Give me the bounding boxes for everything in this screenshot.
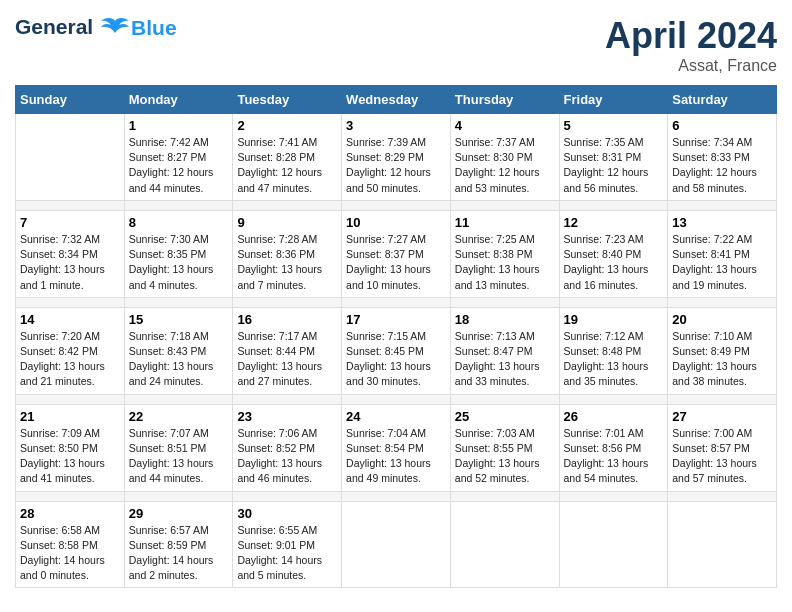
day-number: 9 xyxy=(237,215,337,230)
separator-cell xyxy=(342,297,451,307)
logo: General Blue xyxy=(15,15,177,39)
col-wednesday: Wednesday xyxy=(342,86,451,114)
day-cell: 17Sunrise: 7:15 AMSunset: 8:45 PMDayligh… xyxy=(342,307,451,394)
col-thursday: Thursday xyxy=(450,86,559,114)
day-info: Sunrise: 7:00 AMSunset: 8:57 PMDaylight:… xyxy=(672,426,772,487)
title-block: April 2024 Assat, France xyxy=(605,15,777,75)
day-cell: 23Sunrise: 7:06 AMSunset: 8:52 PMDayligh… xyxy=(233,404,342,491)
day-cell: 7Sunrise: 7:32 AMSunset: 8:34 PMDaylight… xyxy=(16,210,125,297)
day-cell: 19Sunrise: 7:12 AMSunset: 8:48 PMDayligh… xyxy=(559,307,668,394)
day-cell: 15Sunrise: 7:18 AMSunset: 8:43 PMDayligh… xyxy=(124,307,233,394)
separator-cell xyxy=(559,491,668,501)
separator-cell xyxy=(668,297,777,307)
day-cell: 10Sunrise: 7:27 AMSunset: 8:37 PMDayligh… xyxy=(342,210,451,297)
day-number: 24 xyxy=(346,409,446,424)
separator-cell xyxy=(668,491,777,501)
day-info: Sunrise: 7:35 AMSunset: 8:31 PMDaylight:… xyxy=(564,135,664,196)
day-number: 17 xyxy=(346,312,446,327)
day-info: Sunrise: 7:37 AMSunset: 8:30 PMDaylight:… xyxy=(455,135,555,196)
separator-cell xyxy=(233,394,342,404)
week-row-1: 1Sunrise: 7:42 AMSunset: 8:27 PMDaylight… xyxy=(16,114,777,201)
day-number: 10 xyxy=(346,215,446,230)
day-number: 21 xyxy=(20,409,120,424)
day-cell xyxy=(450,501,559,588)
day-number: 27 xyxy=(672,409,772,424)
day-number: 29 xyxy=(129,506,229,521)
day-cell: 12Sunrise: 7:23 AMSunset: 8:40 PMDayligh… xyxy=(559,210,668,297)
month-title: April 2024 xyxy=(605,15,777,57)
day-number: 26 xyxy=(564,409,664,424)
separator-cell xyxy=(16,491,125,501)
separator-cell xyxy=(668,394,777,404)
day-cell: 26Sunrise: 7:01 AMSunset: 8:56 PMDayligh… xyxy=(559,404,668,491)
separator-cell xyxy=(559,200,668,210)
separator-cell xyxy=(450,394,559,404)
day-info: Sunrise: 7:34 AMSunset: 8:33 PMDaylight:… xyxy=(672,135,772,196)
day-info: Sunrise: 7:20 AMSunset: 8:42 PMDaylight:… xyxy=(20,329,120,390)
day-cell: 6Sunrise: 7:34 AMSunset: 8:33 PMDaylight… xyxy=(668,114,777,201)
day-number: 28 xyxy=(20,506,120,521)
day-cell: 14Sunrise: 7:20 AMSunset: 8:42 PMDayligh… xyxy=(16,307,125,394)
day-cell xyxy=(342,501,451,588)
day-info: Sunrise: 7:06 AMSunset: 8:52 PMDaylight:… xyxy=(237,426,337,487)
day-cell: 27Sunrise: 7:00 AMSunset: 8:57 PMDayligh… xyxy=(668,404,777,491)
day-number: 1 xyxy=(129,118,229,133)
col-tuesday: Tuesday xyxy=(233,86,342,114)
day-number: 7 xyxy=(20,215,120,230)
page-header: General Blue April 2024 Assat, France xyxy=(15,15,777,75)
day-cell xyxy=(559,501,668,588)
day-cell: 20Sunrise: 7:10 AMSunset: 8:49 PMDayligh… xyxy=(668,307,777,394)
day-cell: 2Sunrise: 7:41 AMSunset: 8:28 PMDaylight… xyxy=(233,114,342,201)
day-number: 8 xyxy=(129,215,229,230)
separator-cell xyxy=(450,491,559,501)
day-info: Sunrise: 7:01 AMSunset: 8:56 PMDaylight:… xyxy=(564,426,664,487)
day-info: Sunrise: 6:57 AMSunset: 8:59 PMDaylight:… xyxy=(129,523,229,584)
separator-cell xyxy=(233,491,342,501)
day-info: Sunrise: 7:15 AMSunset: 8:45 PMDaylight:… xyxy=(346,329,446,390)
separator-row xyxy=(16,491,777,501)
day-number: 19 xyxy=(564,312,664,327)
day-cell: 5Sunrise: 7:35 AMSunset: 8:31 PMDaylight… xyxy=(559,114,668,201)
location: Assat, France xyxy=(605,57,777,75)
col-sunday: Sunday xyxy=(16,86,125,114)
day-cell: 29Sunrise: 6:57 AMSunset: 8:59 PMDayligh… xyxy=(124,501,233,588)
day-number: 18 xyxy=(455,312,555,327)
day-info: Sunrise: 7:10 AMSunset: 8:49 PMDaylight:… xyxy=(672,329,772,390)
separator-cell xyxy=(668,200,777,210)
day-info: Sunrise: 7:23 AMSunset: 8:40 PMDaylight:… xyxy=(564,232,664,293)
day-number: 2 xyxy=(237,118,337,133)
day-number: 6 xyxy=(672,118,772,133)
day-info: Sunrise: 7:30 AMSunset: 8:35 PMDaylight:… xyxy=(129,232,229,293)
day-number: 15 xyxy=(129,312,229,327)
day-number: 25 xyxy=(455,409,555,424)
day-info: Sunrise: 7:41 AMSunset: 8:28 PMDaylight:… xyxy=(237,135,337,196)
day-cell: 3Sunrise: 7:39 AMSunset: 8:29 PMDaylight… xyxy=(342,114,451,201)
day-number: 13 xyxy=(672,215,772,230)
day-info: Sunrise: 7:27 AMSunset: 8:37 PMDaylight:… xyxy=(346,232,446,293)
separator-cell xyxy=(233,200,342,210)
day-info: Sunrise: 7:22 AMSunset: 8:41 PMDaylight:… xyxy=(672,232,772,293)
day-info: Sunrise: 7:07 AMSunset: 8:51 PMDaylight:… xyxy=(129,426,229,487)
day-number: 3 xyxy=(346,118,446,133)
day-cell: 30Sunrise: 6:55 AMSunset: 9:01 PMDayligh… xyxy=(233,501,342,588)
day-number: 5 xyxy=(564,118,664,133)
day-cell: 16Sunrise: 7:17 AMSunset: 8:44 PMDayligh… xyxy=(233,307,342,394)
day-number: 23 xyxy=(237,409,337,424)
day-info: Sunrise: 7:18 AMSunset: 8:43 PMDaylight:… xyxy=(129,329,229,390)
separator-cell xyxy=(124,491,233,501)
day-cell: 9Sunrise: 7:28 AMSunset: 8:36 PMDaylight… xyxy=(233,210,342,297)
day-info: Sunrise: 6:58 AMSunset: 8:58 PMDaylight:… xyxy=(20,523,120,584)
header-row: SundayMondayTuesdayWednesdayThursdayFrid… xyxy=(16,86,777,114)
separator-cell xyxy=(450,297,559,307)
separator-cell xyxy=(124,297,233,307)
day-cell xyxy=(668,501,777,588)
day-info: Sunrise: 7:04 AMSunset: 8:54 PMDaylight:… xyxy=(346,426,446,487)
week-row-3: 14Sunrise: 7:20 AMSunset: 8:42 PMDayligh… xyxy=(16,307,777,394)
calendar-table: SundayMondayTuesdayWednesdayThursdayFrid… xyxy=(15,85,777,588)
day-info: Sunrise: 7:32 AMSunset: 8:34 PMDaylight:… xyxy=(20,232,120,293)
separator-row xyxy=(16,297,777,307)
day-number: 11 xyxy=(455,215,555,230)
day-info: Sunrise: 7:17 AMSunset: 8:44 PMDaylight:… xyxy=(237,329,337,390)
day-info: Sunrise: 6:55 AMSunset: 9:01 PMDaylight:… xyxy=(237,523,337,584)
day-info: Sunrise: 7:25 AMSunset: 8:38 PMDaylight:… xyxy=(455,232,555,293)
